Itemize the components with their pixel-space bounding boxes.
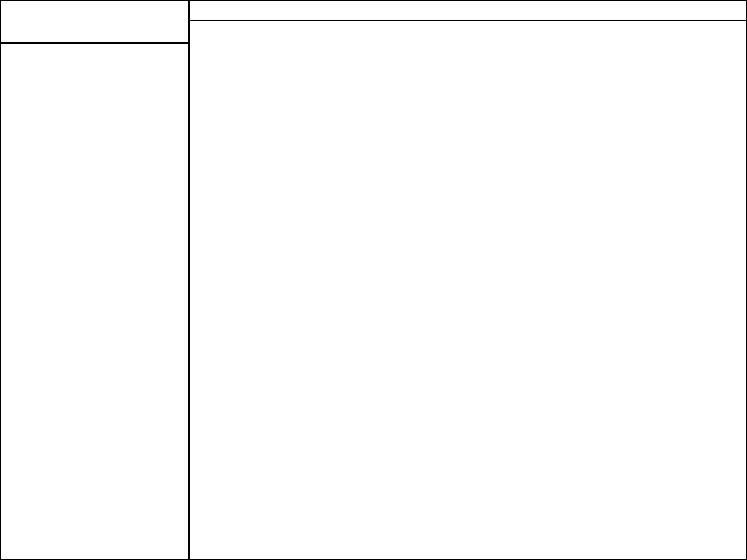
sidebar-divider [1, 42, 188, 44]
model-3d-view[interactable] [190, 21, 747, 559]
legend-sidebar [1, 1, 188, 559]
flac3d-window [0, 0, 747, 560]
plot-area [190, 1, 747, 559]
model-viewport[interactable] [190, 21, 747, 559]
